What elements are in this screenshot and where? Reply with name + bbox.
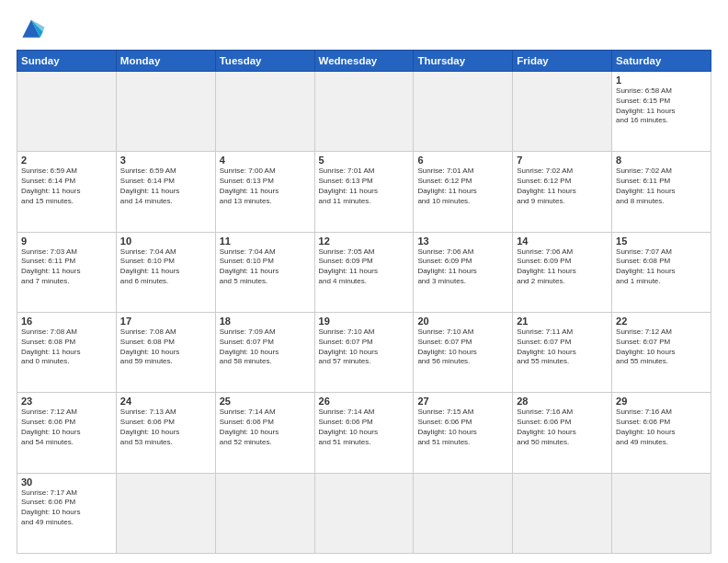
day-number: 23 <box>21 396 112 407</box>
calendar-cell <box>414 473 513 553</box>
calendar-cell: 4Sunrise: 7:00 AM Sunset: 6:13 PM Daylig… <box>215 152 314 232</box>
day-info: Sunrise: 7:01 AM Sunset: 6:12 PM Dayligh… <box>417 167 508 206</box>
calendar-cell: 3Sunrise: 6:59 AM Sunset: 6:14 PM Daylig… <box>116 152 215 232</box>
calendar-cell: 13Sunrise: 7:06 AM Sunset: 6:09 PM Dayli… <box>414 232 513 312</box>
day-info: Sunrise: 6:58 AM Sunset: 6:15 PM Dayligh… <box>616 86 707 126</box>
calendar-week-4: 23Sunrise: 7:12 AM Sunset: 6:06 PM Dayli… <box>17 393 711 473</box>
day-info: Sunrise: 7:10 AM Sunset: 6:07 PM Dayligh… <box>417 327 508 367</box>
day-info: Sunrise: 7:03 AM Sunset: 6:11 PM Dayligh… <box>21 247 112 287</box>
day-info: Sunrise: 7:06 AM Sunset: 6:09 PM Dayligh… <box>417 247 508 287</box>
day-info: Sunrise: 7:04 AM Sunset: 6:10 PM Dayligh… <box>120 247 211 287</box>
day-number: 5 <box>319 155 410 166</box>
day-info: Sunrise: 7:10 AM Sunset: 6:07 PM Dayligh… <box>319 327 410 367</box>
day-of-week-friday: Friday <box>513 51 612 72</box>
day-info: Sunrise: 7:05 AM Sunset: 6:09 PM Dayligh… <box>319 247 410 287</box>
day-info: Sunrise: 7:14 AM Sunset: 6:06 PM Dayligh… <box>319 408 410 447</box>
day-info: Sunrise: 7:15 AM Sunset: 6:06 PM Dayligh… <box>417 408 508 447</box>
day-number: 2 <box>21 155 112 166</box>
day-info: Sunrise: 7:12 AM Sunset: 6:07 PM Dayligh… <box>616 327 707 367</box>
day-info: Sunrise: 6:59 AM Sunset: 6:14 PM Dayligh… <box>21 167 112 206</box>
calendar-cell <box>513 72 612 152</box>
day-number: 27 <box>417 396 508 407</box>
calendar-cell: 8Sunrise: 7:02 AM Sunset: 6:11 PM Daylig… <box>612 152 711 232</box>
day-of-week-sunday: Sunday <box>17 51 117 72</box>
calendar-cell: 19Sunrise: 7:10 AM Sunset: 6:07 PM Dayli… <box>314 312 414 392</box>
day-of-week-wednesday: Wednesday <box>314 51 414 72</box>
calendar-cell: 1Sunrise: 6:58 AM Sunset: 6:15 PM Daylig… <box>612 72 711 152</box>
day-number: 11 <box>220 236 311 247</box>
day-number: 30 <box>21 477 112 488</box>
day-number: 7 <box>517 155 608 166</box>
day-of-week-saturday: Saturday <box>612 51 711 72</box>
day-info: Sunrise: 7:13 AM Sunset: 6:06 PM Dayligh… <box>120 408 211 447</box>
day-info: Sunrise: 7:02 AM Sunset: 6:11 PM Dayligh… <box>616 167 707 206</box>
day-number: 22 <box>616 316 707 327</box>
day-info: Sunrise: 7:17 AM Sunset: 6:06 PM Dayligh… <box>21 488 112 528</box>
calendar-cell: 7Sunrise: 7:02 AM Sunset: 6:12 PM Daylig… <box>513 152 612 232</box>
day-info: Sunrise: 7:00 AM Sunset: 6:13 PM Dayligh… <box>220 167 311 206</box>
calendar-cell: 29Sunrise: 7:16 AM Sunset: 6:06 PM Dayli… <box>612 393 711 473</box>
calendar-cell <box>116 72 215 152</box>
day-info: Sunrise: 7:08 AM Sunset: 6:08 PM Dayligh… <box>21 327 112 367</box>
calendar-cell: 18Sunrise: 7:09 AM Sunset: 6:07 PM Dayli… <box>215 312 314 392</box>
calendar-cell: 23Sunrise: 7:12 AM Sunset: 6:06 PM Dayli… <box>17 393 117 473</box>
day-of-week-monday: Monday <box>116 51 215 72</box>
day-number: 25 <box>220 396 311 407</box>
day-number: 8 <box>616 155 707 166</box>
day-info: Sunrise: 7:12 AM Sunset: 6:06 PM Dayligh… <box>21 408 112 447</box>
day-number: 18 <box>220 316 311 327</box>
calendar-cell: 5Sunrise: 7:01 AM Sunset: 6:13 PM Daylig… <box>314 152 414 232</box>
day-info: Sunrise: 7:14 AM Sunset: 6:06 PM Dayligh… <box>220 408 311 447</box>
logo <box>17 17 50 42</box>
day-info: Sunrise: 7:01 AM Sunset: 6:13 PM Dayligh… <box>319 167 410 206</box>
calendar-cell: 27Sunrise: 7:15 AM Sunset: 6:06 PM Dayli… <box>414 393 513 473</box>
calendar-cell: 2Sunrise: 6:59 AM Sunset: 6:14 PM Daylig… <box>17 152 117 232</box>
day-number: 6 <box>417 155 508 166</box>
day-number: 15 <box>616 236 707 247</box>
calendar-cell: 24Sunrise: 7:13 AM Sunset: 6:06 PM Dayli… <box>116 393 215 473</box>
day-info: Sunrise: 6:59 AM Sunset: 6:14 PM Dayligh… <box>120 167 211 206</box>
day-number: 12 <box>319 236 410 247</box>
calendar-week-2: 9Sunrise: 7:03 AM Sunset: 6:11 PM Daylig… <box>17 232 711 312</box>
calendar-cell <box>612 473 711 553</box>
day-info: Sunrise: 7:06 AM Sunset: 6:09 PM Dayligh… <box>517 247 608 287</box>
calendar-week-5: 30Sunrise: 7:17 AM Sunset: 6:06 PM Dayli… <box>17 473 711 553</box>
page: SundayMondayTuesdayWednesdayThursdayFrid… <box>0 0 728 563</box>
day-info: Sunrise: 7:16 AM Sunset: 6:06 PM Dayligh… <box>517 408 608 447</box>
calendar-header-row: SundayMondayTuesdayWednesdayThursdayFrid… <box>17 51 711 72</box>
calendar-cell: 21Sunrise: 7:11 AM Sunset: 6:07 PM Dayli… <box>513 312 612 392</box>
calendar-cell: 12Sunrise: 7:05 AM Sunset: 6:09 PM Dayli… <box>314 232 414 312</box>
calendar-cell <box>116 473 215 553</box>
day-number: 10 <box>120 236 211 247</box>
calendar-cell <box>414 72 513 152</box>
day-number: 26 <box>319 396 410 407</box>
day-number: 13 <box>417 236 508 247</box>
day-info: Sunrise: 7:09 AM Sunset: 6:07 PM Dayligh… <box>220 327 311 367</box>
day-number: 1 <box>616 75 707 86</box>
calendar-cell: 9Sunrise: 7:03 AM Sunset: 6:11 PM Daylig… <box>17 232 117 312</box>
calendar-cell: 17Sunrise: 7:08 AM Sunset: 6:08 PM Dayli… <box>116 312 215 392</box>
day-info: Sunrise: 7:02 AM Sunset: 6:12 PM Dayligh… <box>517 167 608 206</box>
calendar-cell: 22Sunrise: 7:12 AM Sunset: 6:07 PM Dayli… <box>612 312 711 392</box>
calendar-cell <box>215 473 314 553</box>
logo-icon <box>17 17 46 42</box>
calendar-cell: 14Sunrise: 7:06 AM Sunset: 6:09 PM Dayli… <box>513 232 612 312</box>
calendar-cell: 16Sunrise: 7:08 AM Sunset: 6:08 PM Dayli… <box>17 312 117 392</box>
day-number: 9 <box>21 236 112 247</box>
day-info: Sunrise: 7:11 AM Sunset: 6:07 PM Dayligh… <box>517 327 608 367</box>
day-number: 14 <box>517 236 608 247</box>
day-number: 21 <box>517 316 608 327</box>
calendar-week-1: 2Sunrise: 6:59 AM Sunset: 6:14 PM Daylig… <box>17 152 711 232</box>
calendar-cell <box>513 473 612 553</box>
calendar-cell: 6Sunrise: 7:01 AM Sunset: 6:12 PM Daylig… <box>414 152 513 232</box>
calendar-cell: 11Sunrise: 7:04 AM Sunset: 6:10 PM Dayli… <box>215 232 314 312</box>
day-info: Sunrise: 7:07 AM Sunset: 6:08 PM Dayligh… <box>616 247 707 287</box>
calendar-cell: 28Sunrise: 7:16 AM Sunset: 6:06 PM Dayli… <box>513 393 612 473</box>
calendar-cell <box>314 473 414 553</box>
calendar-week-3: 16Sunrise: 7:08 AM Sunset: 6:08 PM Dayli… <box>17 312 711 392</box>
day-of-week-thursday: Thursday <box>414 51 513 72</box>
calendar: SundayMondayTuesdayWednesdayThursdayFrid… <box>17 50 711 554</box>
day-of-week-tuesday: Tuesday <box>215 51 314 72</box>
day-number: 4 <box>220 155 311 166</box>
day-number: 24 <box>120 396 211 407</box>
